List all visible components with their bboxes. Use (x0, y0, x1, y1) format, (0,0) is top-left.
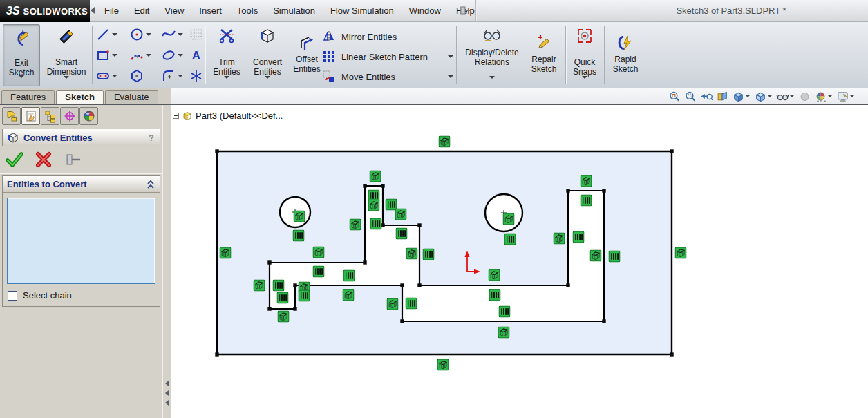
menu-item-file[interactable]: File (97, 0, 126, 22)
relation-icon-on-edge[interactable] (387, 298, 398, 310)
ok-button[interactable] (3, 149, 26, 170)
zoom-to-fit-button[interactable] (667, 90, 683, 103)
line-flyout-arrow[interactable] (111, 26, 118, 43)
relation-icon-on-edge[interactable] (395, 209, 406, 220)
tab-features[interactable]: Features (1, 90, 55, 104)
menu-item-insert[interactable]: Insert (191, 0, 229, 22)
sketch-vertex[interactable] (215, 149, 218, 153)
rectangle-tool-button[interactable] (95, 47, 111, 64)
arc-flyout-arrow[interactable] (145, 47, 152, 64)
zoom-to-area-button[interactable] (683, 90, 699, 103)
relation-icon-vertical[interactable] (343, 270, 355, 281)
help-button[interactable]: ? (149, 133, 155, 143)
relation-icon-on-edge[interactable] (278, 311, 289, 322)
relation-icon-vertical[interactable] (489, 289, 500, 301)
graphics-area[interactable]: Part3 (Default<<Def... (171, 105, 868, 418)
rapid-sketch-button[interactable]: Rapid Sketch (607, 24, 644, 86)
convert-flyout-arrow[interactable] (265, 76, 270, 79)
linear-sketch-pattern-button[interactable]: Linear Sketch Pattern (322, 48, 457, 66)
tree-expand-icon[interactable] (173, 113, 179, 119)
relation-icon-on-edge[interactable] (498, 327, 509, 338)
display-delete-flyout-arrow[interactable] (489, 76, 495, 79)
view-orientation-dropdown-arrow[interactable] (746, 95, 750, 97)
spline-tool-button[interactable] (160, 26, 177, 43)
relation-icon-on-edge[interactable] (554, 233, 565, 244)
sketch-vertex[interactable] (215, 352, 218, 356)
view-orientation-button[interactable] (730, 90, 753, 103)
sketch-vertex[interactable] (566, 283, 569, 287)
sketch-vertex[interactable] (400, 319, 404, 323)
dimxpert-manager-tab[interactable] (60, 107, 79, 125)
relation-icon-vertical[interactable] (299, 290, 310, 301)
move-entities-flyout-arrow[interactable] (448, 68, 455, 86)
menu-item-edit[interactable]: Edit (126, 0, 157, 22)
circle-flyout-arrow[interactable] (145, 26, 152, 43)
menu-item-flow-simulation[interactable]: Flow Simulation (323, 0, 402, 22)
slot-flyout-arrow[interactable] (111, 68, 118, 84)
pin-button[interactable] (61, 149, 84, 170)
relation-icon-vertical[interactable] (273, 280, 284, 291)
display-style-button[interactable] (753, 90, 775, 103)
menu-item-tools[interactable]: Tools (229, 0, 265, 22)
section-view-button[interactable] (715, 90, 730, 103)
relation-icon-vertical[interactable] (423, 249, 434, 260)
select-chain-checkbox[interactable] (8, 291, 17, 301)
quick-snaps-flyout-arrow[interactable] (582, 76, 587, 79)
apply-scene-dropdown-arrow[interactable] (828, 95, 832, 97)
sketch-vertex[interactable] (602, 319, 605, 323)
relation-icon-vertical[interactable] (499, 306, 510, 317)
trim-entities-button[interactable]: Trim Entities (207, 24, 246, 86)
relation-icon-vertical[interactable] (293, 230, 304, 241)
sketch-vertex[interactable] (400, 283, 404, 287)
sketch-vertex[interactable] (267, 260, 271, 264)
relation-icon-on-edge[interactable] (489, 269, 500, 281)
pin-menu-icon[interactable] (459, 5, 471, 19)
sketch-vertex[interactable] (363, 260, 366, 264)
convert-entities-button[interactable]: Convert Entities (247, 24, 287, 86)
panel-splitter[interactable] (162, 105, 171, 418)
select-chain-option[interactable]: Select chain (8, 290, 72, 301)
relation-icon-vertical[interactable] (609, 251, 620, 262)
rectangle-flyout-arrow[interactable] (111, 47, 118, 64)
relation-icon-vertical[interactable] (277, 292, 288, 303)
sketch-vertex[interactable] (267, 307, 271, 310)
repair-sketch-button[interactable]: Repair Sketch (525, 24, 563, 86)
smart-dimension-flyout-arrow[interactable] (64, 76, 69, 79)
relation-icon-on-edge[interactable] (437, 359, 449, 370)
ellipse-flyout-arrow[interactable] (177, 47, 184, 64)
sketch-vertex[interactable] (670, 352, 673, 356)
point-tool-button[interactable] (188, 68, 205, 84)
relation-icon-on-edge[interactable] (254, 280, 265, 291)
relation-icon-on-edge[interactable] (370, 171, 381, 182)
sketch-vertex[interactable] (293, 307, 296, 310)
mirror-entities-button[interactable]: Mirror Entities (322, 28, 457, 46)
linear-pattern-flyout-arrow[interactable] (448, 48, 455, 66)
fillet-tool-button[interactable] (160, 68, 177, 84)
display-delete-relations-button[interactable]: Display/Delete Relations (460, 24, 524, 86)
display-manager-tab[interactable] (79, 107, 98, 125)
tab-sketch[interactable]: Sketch (56, 90, 104, 104)
relation-icon-vertical[interactable] (396, 228, 407, 239)
display-style-dropdown-arrow[interactable] (768, 95, 772, 97)
collapse-chevron-icon[interactable] (146, 179, 155, 190)
sketch-vertex[interactable] (566, 189, 569, 192)
relation-icon-on-edge[interactable] (675, 247, 686, 258)
exit-sketch-flyout-arrow[interactable] (19, 75, 24, 78)
sketch-vertex[interactable] (363, 184, 366, 187)
relation-icon-on-edge[interactable] (313, 247, 324, 258)
arc-tool-button[interactable] (129, 47, 145, 64)
relation-icon-vertical[interactable] (573, 231, 584, 243)
relation-icon-on-edge[interactable] (590, 250, 601, 261)
apply-scene-button[interactable] (813, 90, 835, 103)
feature-tree-item-part3[interactable]: Part3 (Default<<Def... (173, 111, 285, 121)
view-settings-button[interactable] (835, 90, 857, 103)
group-header[interactable]: Entities to Convert (3, 176, 160, 193)
sketch-canvas[interactable] (171, 105, 868, 418)
relation-icon-on-edge[interactable] (503, 213, 514, 225)
relation-icon-on-edge[interactable] (220, 247, 231, 258)
sketch-vertex[interactable] (417, 283, 421, 287)
move-entities-button[interactable]: Move Entities (322, 68, 457, 86)
relation-icon-vertical[interactable] (406, 298, 417, 309)
hide-show-items-dropdown-arrow[interactable] (790, 95, 794, 97)
relation-icon-on-edge[interactable] (406, 248, 417, 259)
